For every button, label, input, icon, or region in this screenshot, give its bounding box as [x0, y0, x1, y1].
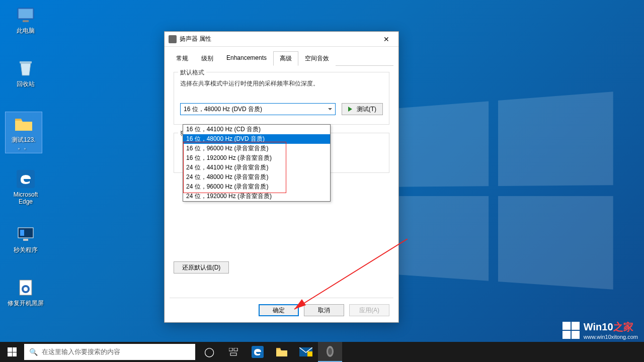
format-option[interactable]: 16 位，96000 Hz (录音室音质) — [183, 144, 330, 153]
window-title: 扬声器 属性 — [180, 35, 376, 43]
watermark-line2: www.win10xitong.com — [584, 334, 638, 340]
desktop-icon-fix-boot[interactable]: 修复开机黑屏 — [7, 278, 44, 307]
format-dropdown-list[interactable]: 16 位，44100 Hz (CD 音质) 16 位，48000 Hz (DVD… — [183, 124, 331, 202]
speaker-icon — [169, 35, 177, 43]
cancel-button[interactable]: 取消 — [304, 304, 344, 316]
tab-bar: 常规 级别 Enhancements 高级 空间音效 — [170, 51, 393, 66]
search-placeholder: 在这里输入你要搜索的内容 — [42, 347, 120, 356]
icon-label: 此电脑 — [7, 27, 44, 34]
windows-logo-background — [393, 91, 624, 302]
svg-rect-18 — [307, 351, 312, 356]
svg-rect-14 — [234, 348, 237, 351]
svg-rect-15 — [230, 353, 236, 355]
tab-spatial[interactable]: 空间音效 — [298, 51, 336, 66]
recycle-bin-icon — [16, 58, 36, 78]
apply-button[interactable]: 应用(A) — [349, 304, 389, 316]
group-legend: 默认格式 — [178, 68, 206, 77]
close-button[interactable]: ✕ — [376, 33, 396, 46]
icon-label: 测试123. 。。 — [6, 136, 42, 151]
taskbar-edge-icon[interactable] — [246, 342, 270, 362]
titlebar[interactable]: 扬声器 属性 ✕ — [165, 32, 398, 47]
ok-button[interactable]: 确定 — [259, 304, 299, 316]
svg-rect-6 — [20, 230, 24, 236]
watermark-line1: Win10之家 — [584, 320, 638, 334]
this-pc-icon — [16, 5, 36, 25]
play-icon — [348, 107, 355, 112]
taskbar-mail-icon[interactable] — [294, 342, 318, 362]
tab-advanced[interactable]: 高级 — [273, 51, 298, 66]
desktop-icon-edge[interactable]: Microsoft Edge — [7, 169, 44, 206]
desktop-icon-this-pc[interactable]: 此电脑 — [7, 5, 44, 34]
icon-label: 秒关程序 — [7, 246, 44, 253]
restore-defaults-button[interactable]: 还原默认值(D) — [174, 261, 229, 274]
format-option[interactable]: 24 位，192000 Hz (录音室音质) — [183, 192, 330, 201]
svg-rect-3 — [20, 61, 32, 63]
svg-rect-2 — [23, 20, 29, 22]
combo-selected-text: 16 位，48000 Hz (DVD 音质) — [184, 105, 262, 114]
watermark-win-icon — [562, 322, 580, 339]
taskbar-search[interactable]: 🔍 在这里输入你要搜索的内容 — [24, 344, 195, 360]
svg-rect-13 — [229, 348, 232, 351]
format-option[interactable]: 24 位，48000 Hz (录音室音质) — [183, 172, 330, 182]
task-view-icon[interactable] — [221, 342, 246, 362]
taskbar: 🔍 在这里输入你要搜索的内容 ◯ — [0, 342, 644, 362]
svg-rect-7 — [23, 239, 28, 241]
search-icon: 🔍 — [29, 348, 38, 356]
format-combobox[interactable]: 16 位，48000 Hz (DVD 音质) — [180, 103, 336, 115]
tab-general[interactable]: 常规 — [170, 51, 195, 66]
desktop-icon-recycle-bin[interactable]: 回收站 — [7, 58, 44, 87]
desktop-icon-folder-test[interactable]: 测试123. 。。 — [5, 112, 42, 153]
format-option[interactable]: 24 位，96000 Hz (录音室音质) — [183, 182, 330, 192]
test-button[interactable]: 测试(T) — [342, 103, 383, 115]
format-option[interactable]: 16 位，44100 Hz (CD 音质) — [183, 125, 330, 134]
svg-point-10 — [24, 287, 28, 291]
separator — [170, 298, 393, 298]
test-button-label: 测试(T) — [357, 105, 376, 114]
fix-boot-icon — [16, 278, 36, 298]
taskbar-sound-icon[interactable] — [318, 342, 342, 362]
svg-point-20 — [328, 348, 332, 355]
edge-icon — [16, 169, 36, 189]
default-format-group: 默认格式 选择在共享模式中运行时使用的采样频率和位深度。 16 位，48000 … — [174, 72, 389, 125]
start-button[interactable] — [0, 342, 24, 362]
icon-label: 修复开机黑屏 — [7, 300, 44, 307]
tab-enhancements[interactable]: Enhancements — [220, 51, 273, 66]
taskbar-explorer-icon[interactable] — [270, 342, 294, 362]
tab-levels[interactable]: 级别 — [195, 51, 220, 66]
svg-rect-1 — [19, 9, 33, 18]
watermark: Win10之家 www.win10xitong.com — [562, 320, 638, 340]
cortana-icon[interactable]: ◯ — [197, 342, 221, 362]
desktop-icon-sec-close[interactable]: 秒关程序 — [7, 224, 44, 253]
sec-close-icon — [16, 224, 36, 244]
format-option[interactable]: 24 位，44100 Hz (录音室音质) — [183, 163, 330, 172]
folder-icon — [14, 114, 34, 134]
icon-label: 回收站 — [7, 80, 44, 87]
format-option[interactable]: 16 位，192000 Hz (录音室音质) — [183, 153, 330, 163]
dialog-button-row: 确定 取消 应用(A) — [259, 304, 389, 316]
format-description: 选择在共享模式中运行时使用的采样频率和位深度。 — [180, 79, 383, 88]
icon-label: Microsoft Edge — [7, 191, 44, 206]
format-option[interactable]: 16 位，48000 Hz (DVD 音质) — [183, 134, 330, 144]
